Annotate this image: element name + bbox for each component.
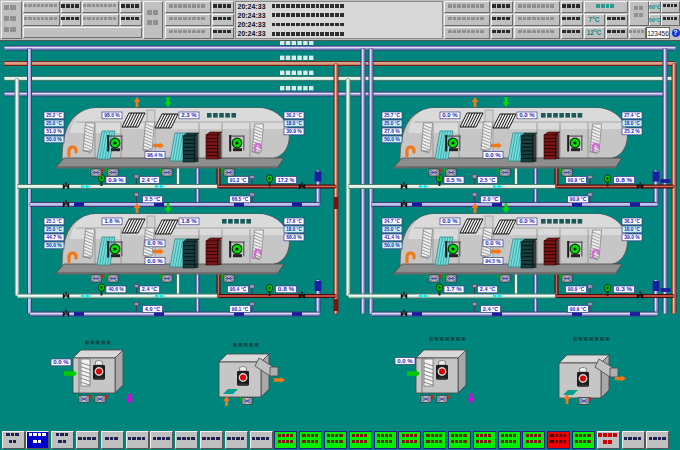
- svg-text:0.0 %: 0.0 %: [485, 240, 501, 246]
- svg-text:50.0 %: 50.0 %: [384, 136, 400, 142]
- svg-text:94.5 %: 94.5 %: [485, 258, 501, 264]
- svg-text:2.0 °C: 2.0 °C: [483, 196, 499, 202]
- svg-text:4.0 °C: 4.0 °C: [145, 306, 161, 312]
- svg-text:44.7 %: 44.7 %: [46, 234, 62, 240]
- svg-text:25.0 °C: 25.0 °C: [384, 120, 400, 126]
- svg-text:36.3 °C: 36.3 °C: [624, 218, 640, 224]
- svg-text:90.9 °C: 90.9 °C: [568, 286, 585, 292]
- svg-text:25.0 °C: 25.0 °C: [46, 120, 62, 126]
- svg-text:90.9 °C: 90.9 °C: [570, 306, 587, 312]
- svg-text:51.0 %: 51.0 %: [46, 128, 62, 134]
- svg-text:90.1 °C: 90.1 °C: [232, 306, 249, 312]
- svg-text:50.0 %: 50.0 %: [46, 242, 62, 248]
- svg-text:66.5 °C: 66.5 °C: [232, 196, 249, 202]
- svg-text:18.0 °C: 18.0 °C: [286, 226, 302, 232]
- svg-text:90.4 °C: 90.4 °C: [230, 286, 247, 292]
- svg-text:1.7 %: 1.7 %: [446, 286, 462, 292]
- svg-text:0.0 %: 0.0 %: [442, 112, 458, 118]
- svg-text:25.0 °C: 25.0 °C: [384, 226, 400, 232]
- svg-text:50.0 %: 50.0 %: [384, 242, 400, 248]
- svg-text:2.4 °C: 2.4 °C: [142, 177, 158, 183]
- svg-text:17.2 %: 17.2 %: [278, 177, 295, 183]
- svg-text:0.8 %: 0.8 %: [278, 286, 295, 292]
- svg-text:90.9 °C: 90.9 °C: [570, 196, 587, 202]
- svg-text:1.8 %: 1.8 %: [181, 218, 197, 224]
- svg-text:0.0 %: 0.0 %: [53, 359, 69, 365]
- svg-text:18.0 °C: 18.0 °C: [624, 226, 640, 232]
- svg-text:98.0 %: 98.0 %: [104, 112, 120, 118]
- svg-text:30.9 %: 30.9 %: [286, 128, 302, 134]
- svg-text:27.4 °C: 27.4 °C: [624, 112, 640, 118]
- svg-text:2.4 °C: 2.4 °C: [480, 286, 496, 292]
- svg-text:0.8 %: 0.8 %: [616, 177, 633, 183]
- svg-text:0.0 %: 0.0 %: [442, 218, 458, 224]
- svg-text:91.3 °C: 91.3 °C: [230, 177, 247, 183]
- svg-text:24.7 °C: 24.7 °C: [384, 218, 400, 224]
- svg-text:96.4 %: 96.4 %: [147, 152, 163, 158]
- svg-text:30.2 °C: 30.2 °C: [286, 112, 302, 118]
- svg-text:0.5 %: 0.5 %: [446, 177, 462, 183]
- svg-text:50.0 %: 50.0 %: [46, 136, 62, 142]
- svg-text:2.5 °C: 2.5 °C: [480, 177, 496, 183]
- svg-text:68.0 %: 68.0 %: [286, 234, 302, 240]
- svg-text:25.2 %: 25.2 %: [624, 128, 640, 134]
- svg-text:2.3 %: 2.3 %: [181, 112, 197, 118]
- svg-text:25.2 °C: 25.2 °C: [46, 112, 62, 118]
- svg-text:40.6 %: 40.6 %: [108, 286, 124, 292]
- svg-text:18.0 °C: 18.0 °C: [286, 120, 302, 126]
- svg-text:0.0 %: 0.0 %: [147, 240, 163, 246]
- svg-text:0.0 %: 0.0 %: [519, 218, 535, 224]
- svg-text:0.0 %: 0.0 %: [397, 358, 413, 364]
- svg-text:39.0 %: 39.0 %: [624, 234, 640, 240]
- svg-text:41.4 %: 41.4 %: [384, 234, 400, 240]
- svg-text:0.9 %: 0.9 %: [108, 177, 124, 183]
- svg-text:18.0 °C: 18.0 °C: [624, 120, 640, 126]
- svg-text:0.0 %: 0.0 %: [519, 112, 535, 118]
- svg-text:25.0 °C: 25.0 °C: [46, 226, 62, 232]
- svg-text:0.3 %: 0.3 %: [616, 286, 633, 292]
- svg-text:2.4 °C: 2.4 °C: [142, 286, 158, 292]
- svg-text:0.0 %: 0.0 %: [485, 152, 501, 158]
- svg-text:2.5 °C: 2.5 °C: [145, 196, 161, 202]
- svg-text:17.6 °C: 17.6 °C: [286, 218, 302, 224]
- svg-text:25.7 °C: 25.7 °C: [384, 112, 400, 118]
- svg-text:25.1 °C: 25.1 °C: [46, 218, 62, 224]
- svg-text:1.6 %: 1.6 %: [104, 218, 120, 224]
- svg-text:27.6 %: 27.6 %: [384, 128, 400, 134]
- svg-text:0.0 %: 0.0 %: [147, 258, 163, 264]
- svg-text:2.4 °C: 2.4 °C: [483, 306, 499, 312]
- svg-text:90.9 °C: 90.9 °C: [568, 177, 585, 183]
